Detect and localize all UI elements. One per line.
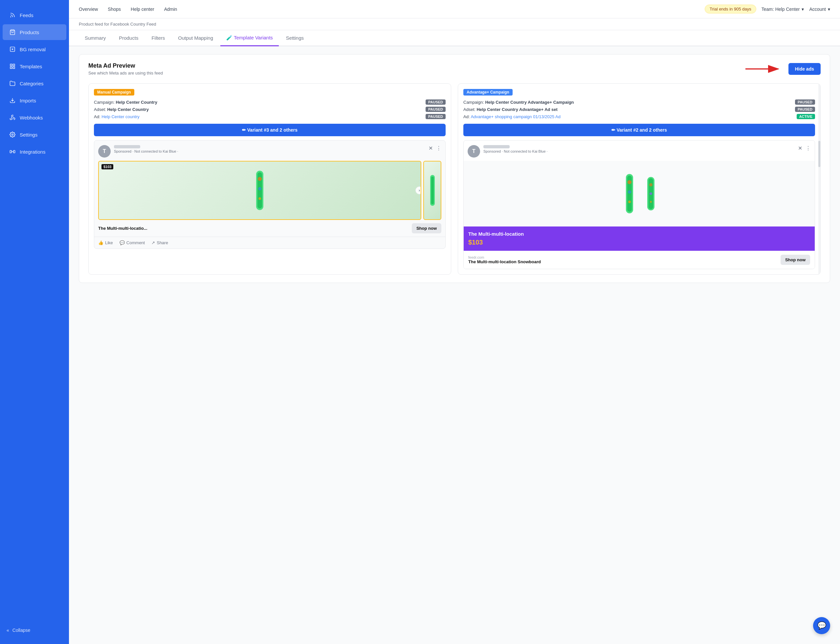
left-snowboard-svg xyxy=(252,169,268,212)
carousel-arrow[interactable]: › xyxy=(415,186,421,194)
account-button[interactable]: Account ▾ xyxy=(809,7,830,12)
preview-header: Meta Ad Preview See which Meta ads are u… xyxy=(88,62,820,76)
scrollbar-thumb xyxy=(818,141,820,167)
right-scrollbar[interactable] xyxy=(818,84,820,274)
comment-label: Comment xyxy=(127,240,145,245)
sidebar-item-feeds[interactable]: Feeds xyxy=(3,7,66,23)
close-icon-left[interactable]: ✕ xyxy=(428,145,433,151)
sidebar-label-feeds: Feeds xyxy=(20,13,33,18)
tab-filters[interactable]: Filters xyxy=(145,31,171,46)
chat-bubble-button[interactable]: 💬 xyxy=(813,617,830,634)
sidebar-item-imports[interactable]: Imports xyxy=(3,92,66,108)
products-icon xyxy=(9,29,16,35)
left-avatar: T xyxy=(98,145,111,158)
nav-shops[interactable]: Shops xyxy=(108,5,121,13)
like-label: Like xyxy=(105,240,113,245)
left-ad-link[interactable]: Help Center country xyxy=(102,114,140,119)
sidebar-label-settings: Settings xyxy=(20,132,38,138)
like-icon: 👍 xyxy=(98,240,104,245)
svg-rect-3 xyxy=(10,64,12,66)
sidebar-item-categories[interactable]: Categories xyxy=(3,76,66,91)
left-mockup-actions: ✕ ⋮ xyxy=(428,145,441,151)
left-mockup-meta: Sponsored · Not connected to Kai Blue · xyxy=(114,145,425,153)
nav-help-center[interactable]: Help center xyxy=(131,5,154,13)
svg-point-28 xyxy=(649,192,652,195)
categories-icon xyxy=(9,80,16,87)
share-button[interactable]: ↗ Share xyxy=(152,240,168,245)
svg-rect-5 xyxy=(13,67,15,69)
right-ad-link[interactable]: Advantage+ shopping campaign 01/13/2025 … xyxy=(471,114,560,119)
red-arrow-annotation xyxy=(744,62,783,76)
ad-columns: Manual Campaign Campaign: Help Center Co… xyxy=(88,83,820,275)
right-product-price: $103 xyxy=(468,239,810,246)
topnav-links: Overview Shops Help center Admin xyxy=(79,5,695,13)
right-variant-button[interactable]: ✏ Variant #2 and 2 others xyxy=(463,124,815,136)
svg-point-8 xyxy=(12,134,13,136)
left-ad-status: PAUSED xyxy=(426,114,446,119)
sidebar-label-bg-removal: BG removal xyxy=(20,47,46,52)
sidebar-item-products[interactable]: Products xyxy=(3,24,66,40)
subtabs: Summary Products Filters Output Mapping … xyxy=(69,30,840,46)
sidebar-label-integrations: Integrations xyxy=(20,149,45,154)
sidebar-item-templates[interactable]: Templates xyxy=(3,58,66,74)
more-icon-left[interactable]: ⋮ xyxy=(436,145,441,151)
sidebar-label-webhooks: Webhooks xyxy=(20,115,43,120)
share-label: Share xyxy=(156,240,168,245)
right-shop-now-button[interactable]: Shop now xyxy=(781,255,810,265)
sidebar-item-webhooks[interactable]: Webhooks xyxy=(3,110,66,125)
sidebar-item-settings[interactable]: Settings xyxy=(3,127,66,143)
left-product-images: $103 › xyxy=(98,161,441,220)
svg-point-0 xyxy=(10,17,11,17)
campaign-label-right: Campaign: Help Center Country Advantage+… xyxy=(463,100,574,105)
sidebar-label-categories: Categories xyxy=(20,81,44,86)
imports-icon xyxy=(9,97,16,104)
right-snowboard-1 xyxy=(621,172,638,215)
left-snowboard-2-svg xyxy=(428,174,437,207)
preview-subtitle: See which Meta ads are using this feed xyxy=(88,71,163,76)
tab-template-variants[interactable]: 🧪 Template Variants xyxy=(220,30,279,46)
advantage-campaign-badge: Advantage+ Campaign xyxy=(463,89,512,95)
hide-ads-button[interactable]: Hide ads xyxy=(789,63,820,75)
close-icon-right[interactable]: ✕ xyxy=(798,145,802,151)
chevron-down-icon-2: ▾ xyxy=(828,7,830,12)
left-variant-button[interactable]: ✏ Variant #3 and 2 others xyxy=(94,124,446,136)
comment-button[interactable]: 💬 Comment xyxy=(120,240,145,245)
nav-admin[interactable]: Admin xyxy=(164,5,177,13)
right-product-footer: feedr.com The Multi-multi-location Snowb… xyxy=(464,251,815,269)
team-selector[interactable]: Team: Help Center ▾ xyxy=(761,7,804,12)
right-product-info: The Multi-multi-location $103 xyxy=(464,227,815,251)
svg-rect-19 xyxy=(431,177,434,204)
integrations-icon xyxy=(9,148,16,155)
tab-products[interactable]: Products xyxy=(113,31,144,46)
tab-settings[interactable]: Settings xyxy=(280,31,310,46)
chat-icon: 💬 xyxy=(817,621,826,630)
sidebar-item-integrations[interactable]: Integrations xyxy=(3,144,66,159)
tab-summary[interactable]: Summary xyxy=(79,31,112,46)
more-icon-right[interactable]: ⋮ xyxy=(805,145,811,151)
left-snowboard-secondary xyxy=(423,161,441,220)
right-product-title: The Multi-multi-location xyxy=(468,231,810,237)
collapse-label: Collapse xyxy=(13,628,30,633)
right-product-name: The Multi-multi-location Snowboard xyxy=(468,259,541,264)
templates-icon xyxy=(9,63,16,70)
svg-point-22 xyxy=(628,180,631,184)
sidebar-label-imports: Imports xyxy=(20,98,36,104)
right-campaign-status: PAUSED xyxy=(795,99,815,105)
nav-overview[interactable]: Overview xyxy=(79,5,98,13)
svg-point-16 xyxy=(258,187,261,191)
team-label: Team: Help Center xyxy=(761,7,800,12)
arrow-annotation: Hide ads xyxy=(163,62,820,76)
content-area: Meta Ad Preview See which Meta ads are u… xyxy=(69,46,840,644)
left-ad-header: Manual Campaign Campaign: Help Center Co… xyxy=(89,84,451,140)
left-campaign-status: PAUSED xyxy=(426,99,446,105)
left-shop-now-button[interactable]: Shop now xyxy=(412,223,441,233)
like-button[interactable]: 👍 Like xyxy=(98,240,113,245)
left-ad-mockup: T Sponsored · Not connected to Kai Blue … xyxy=(94,140,446,249)
left-ad-row: Ad: Help Center country PAUSED xyxy=(94,114,446,119)
settings-icon xyxy=(9,131,16,138)
right-adset-row: Adset: Help Center Country Advantage+ Ad… xyxy=(463,107,815,112)
sidebar-item-bg-removal[interactable]: BG removal xyxy=(3,41,66,57)
tab-output-mapping[interactable]: Output Mapping xyxy=(172,31,219,46)
topnav-right: Trial ends in 905 days Team: Help Center… xyxy=(705,5,830,13)
collapse-button[interactable]: « Collapse xyxy=(0,623,69,637)
